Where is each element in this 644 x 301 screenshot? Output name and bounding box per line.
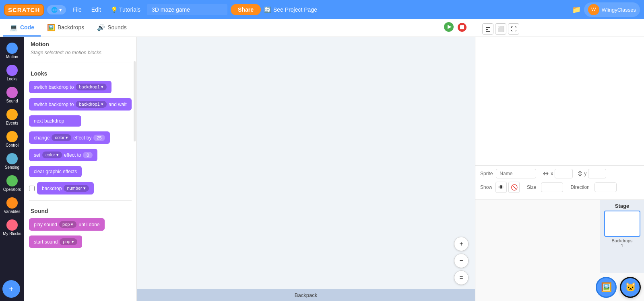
block-change-effect[interactable]: change color ▾ effect by 25: [29, 131, 110, 144]
code-canvas[interactable]: [137, 37, 475, 301]
scratch-logo[interactable]: SCRATCH: [4, 4, 44, 16]
add-sprite-cat-button[interactable]: 🐱: [620, 277, 641, 298]
view-mode-buttons: ◱ ⬜ ⛶: [482, 23, 519, 35]
sidebar-item-control[interactable]: Control: [1, 129, 23, 150]
backdrops-label: Backdrops: [612, 238, 633, 243]
effect-dropdown-2[interactable]: color ▾: [42, 152, 62, 158]
tutorials-button[interactable]: 💡 Tutorials: [107, 5, 144, 14]
show-visible-button[interactable]: 👁: [495, 182, 507, 193]
motion-section-title: Motion: [24, 37, 136, 49]
zoom-out-button[interactable]: −: [454, 254, 469, 268]
tab-code[interactable]: 💻 Code: [3, 20, 41, 37]
share-button[interactable]: Share: [231, 4, 261, 15]
effect-value-2[interactable]: 0: [83, 152, 93, 158]
variables-label: Variables: [4, 209, 21, 214]
y-coord-group: y: [578, 169, 606, 178]
sidebar-item-variables[interactable]: Variables: [1, 195, 23, 216]
normal-view-button[interactable]: ⬜: [495, 23, 506, 35]
backdrop-number-dropdown[interactable]: number ▾: [64, 185, 89, 192]
sound-divider: [29, 200, 132, 201]
block-next-backdrop[interactable]: next backdrop: [29, 115, 81, 127]
stage-thumbnail[interactable]: [604, 211, 640, 237]
motion-subtitle: Stage selected: no motion blocks: [24, 49, 136, 59]
operators-label: Operators: [3, 187, 21, 192]
block-play-sound[interactable]: play sound pop ▾ until done: [29, 218, 105, 231]
backdrops-count: 1: [621, 243, 623, 248]
block-switch-backdrop[interactable]: switch backdrop to backdrop1 ▾: [29, 81, 111, 93]
sprite-info: Sprite x y Show 👁 🚫 S: [475, 166, 644, 200]
backpack-bar[interactable]: Backpack: [137, 289, 475, 301]
show-buttons: 👁 🚫: [495, 182, 520, 193]
show-label: Show: [480, 184, 492, 190]
add-extension-button[interactable]: +: [2, 280, 20, 298]
username-label: WlingyClasses: [602, 7, 636, 13]
sidebar-item-motion[interactable]: Motion: [1, 40, 23, 61]
block-set-effect[interactable]: set color ▾ effect to 0: [29, 149, 97, 161]
backdrop-number-checkbox[interactable]: [29, 186, 35, 191]
size-input[interactable]: [541, 182, 563, 192]
avatar: W: [588, 4, 599, 15]
effect-dropdown-1[interactable]: color ▾: [52, 134, 71, 141]
x-coord-group: x: [543, 169, 573, 178]
see-project-button[interactable]: 🔄 See Project Page: [264, 6, 317, 13]
green-flag-button[interactable]: [444, 22, 454, 35]
user-area[interactable]: W WlingyClasses: [584, 2, 640, 17]
show-hidden-button[interactable]: 🚫: [508, 182, 520, 193]
tab-backdrops[interactable]: 🖼️ Backdrops: [41, 20, 91, 37]
folder-button[interactable]: 📁: [572, 5, 581, 14]
fullscreen-button[interactable]: ⛶: [508, 23, 519, 35]
sound-dot: [6, 87, 18, 98]
sidebar-item-sensing[interactable]: Sensing: [1, 151, 23, 172]
y-input[interactable]: [588, 169, 606, 178]
block-text8: effect to: [64, 152, 81, 158]
sidebar-item-looks[interactable]: Looks: [1, 62, 23, 84]
operators-dot: [6, 175, 18, 186]
sidebar-item-myblocks[interactable]: My Blocks: [1, 217, 23, 238]
topbar: SCRATCH 🌐 ▾ File Edit 💡 Tutorials Share …: [0, 0, 644, 19]
block-palette: Motion Stage selected: no motion blocks …: [24, 37, 137, 301]
backdrops-tab-label: Backdrops: [58, 24, 84, 31]
sprite-name-input[interactable]: [496, 169, 536, 178]
myblocks-label: My Blocks: [3, 231, 21, 236]
see-project-icon: 🔄: [264, 6, 271, 13]
block-row-switch-backdrop1: switch backdrop to backdrop1 ▾: [24, 78, 136, 96]
backdrop-dropdown-2[interactable]: backdrop1 ▾: [76, 101, 106, 108]
sidebar-item-sound[interactable]: Sound: [1, 84, 23, 106]
backdrops-tab-icon: 🖼️: [47, 24, 55, 31]
block-text11: play sound: [34, 222, 57, 227]
block-row-change-effect: change color ▾ effect by 25: [24, 129, 136, 146]
sound-dropdown-1[interactable]: pop ▾: [59, 221, 76, 228]
backdrop-dropdown-1[interactable]: backdrop1 ▾: [76, 84, 106, 90]
stop-button[interactable]: [457, 22, 467, 35]
zoom-in-button[interactable]: +: [454, 237, 469, 251]
block-switch-backdrop-wait[interactable]: switch backdrop to backdrop1 ▾ and wait: [29, 98, 132, 111]
tutorials-label: Tutorials: [119, 6, 140, 13]
edit-menu[interactable]: Edit: [88, 5, 104, 14]
motion-label: Motion: [6, 55, 18, 59]
looks-divider: [29, 63, 132, 63]
fit-button[interactable]: =: [454, 270, 469, 285]
tab-sounds[interactable]: 🔊 Sounds: [91, 20, 133, 37]
block-start-sound[interactable]: start sound pop ▾: [29, 235, 82, 248]
sidebar-item-operators[interactable]: Operators: [1, 173, 23, 194]
block-backdrop-number[interactable]: backdrop number ▾: [37, 182, 94, 195]
looks-label: Looks: [7, 77, 18, 81]
palette-scrollbar[interactable]: [134, 61, 136, 141]
block-text4: next backdrop: [34, 118, 64, 124]
direction-input[interactable]: [594, 182, 617, 192]
sidebar-item-events[interactable]: Events: [1, 106, 23, 128]
myblocks-dot: [6, 219, 18, 231]
block-clear-effects[interactable]: clear graphic effects: [29, 166, 82, 177]
code-area: + − = Backpack: [137, 37, 475, 301]
add-backdrop-button[interactable]: 🖼️: [596, 277, 617, 298]
x-input[interactable]: [555, 169, 573, 178]
small-view-button[interactable]: ◱: [482, 23, 493, 35]
effect-value-1[interactable]: 25: [93, 135, 105, 141]
language-button[interactable]: 🌐 ▾: [47, 5, 66, 14]
sprite-label: Sprite: [480, 171, 493, 176]
file-menu[interactable]: File: [69, 5, 85, 14]
project-name-input[interactable]: [147, 4, 227, 15]
zoom-controls: + − =: [454, 237, 469, 285]
sound-dropdown-2[interactable]: pop ▾: [60, 238, 77, 245]
block-text2: switch backdrop to: [34, 102, 74, 107]
